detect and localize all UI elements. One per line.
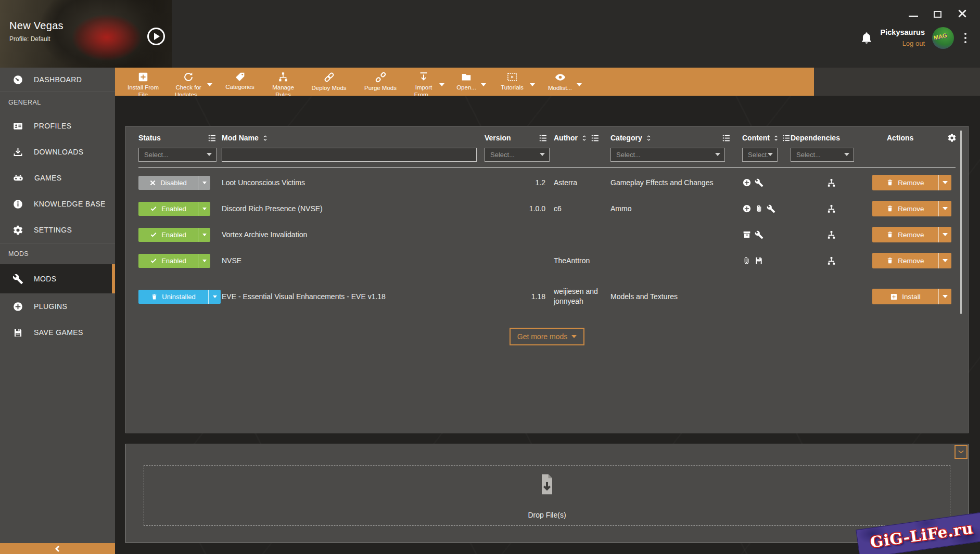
dependencies-filter-select[interactable]: Select... xyxy=(791,148,854,162)
open-button[interactable]: Open... xyxy=(453,71,480,92)
main-content: Status Mod Name Version Author Category xyxy=(115,96,980,554)
sort-icon[interactable] xyxy=(580,134,588,142)
status-toggle-enabled[interactable]: Enabled xyxy=(138,254,210,268)
archive-icon xyxy=(742,230,752,239)
status-dropdown[interactable] xyxy=(198,228,210,242)
trash-icon xyxy=(886,205,894,212)
sort-icon[interactable] xyxy=(645,134,653,142)
dependencies-icon[interactable] xyxy=(826,178,836,188)
sidebar-item-downloads[interactable]: DOWNLOADS xyxy=(0,139,115,165)
filter-list-icon[interactable] xyxy=(591,134,600,143)
sidebar-item-dashboard[interactable]: DASHBOARD xyxy=(0,68,115,92)
chevron-down-icon[interactable] xyxy=(577,83,582,86)
column-dependencies[interactable]: Dependencies xyxy=(791,134,840,142)
manage-rules-button[interactable]: Manage Rules xyxy=(267,71,299,98)
logout-link[interactable]: Log out xyxy=(881,38,925,49)
status-toggle-disabled[interactable]: Disabled xyxy=(138,176,210,190)
column-category[interactable]: Category xyxy=(610,134,642,142)
sidebar-collapse-button[interactable] xyxy=(0,543,115,554)
action-dropdown[interactable] xyxy=(938,201,951,216)
install-button[interactable]: Install xyxy=(872,289,951,304)
action-dropdown[interactable] xyxy=(938,289,951,304)
quick-launch-button[interactable] xyxy=(147,28,165,45)
gear-icon[interactable] xyxy=(947,133,957,143)
column-version[interactable]: Version xyxy=(485,134,511,142)
status-toggle-enabled[interactable]: Enabled xyxy=(138,202,210,216)
refresh-icon xyxy=(183,71,194,83)
sidebar-item-profiles[interactable]: PROFILES xyxy=(0,113,115,139)
remove-button[interactable]: Remove xyxy=(872,227,951,242)
maximize-button[interactable] xyxy=(934,9,941,18)
remove-button[interactable]: Remove xyxy=(872,175,951,190)
filter-list-icon[interactable] xyxy=(208,134,217,143)
column-content[interactable]: Content xyxy=(742,134,770,142)
categories-button[interactable]: Categories xyxy=(220,71,260,91)
import-from-button[interactable]: Import From... xyxy=(409,71,438,98)
kebab-menu-icon[interactable] xyxy=(961,31,970,45)
purge-mods-button[interactable]: Purge Mods xyxy=(359,71,402,92)
get-more-mods-button[interactable]: Get more mods xyxy=(510,328,584,345)
chevron-down-icon xyxy=(957,448,965,456)
mod-name[interactable]: EVE - Essential Visual Enhancements - EV… xyxy=(222,292,485,301)
column-status[interactable]: Status xyxy=(138,134,161,142)
eye-icon xyxy=(554,71,566,83)
mod-name-filter-input[interactable] xyxy=(222,148,477,162)
status-dropdown[interactable] xyxy=(198,254,210,268)
close-button[interactable] xyxy=(957,8,968,19)
notifications-bell-icon[interactable] xyxy=(860,31,873,45)
chevron-down-icon[interactable] xyxy=(207,83,212,86)
minimize-button[interactable] xyxy=(909,10,918,17)
check-for-updates-button[interactable]: Check for Updates... xyxy=(171,71,206,98)
status-dropdown[interactable] xyxy=(198,202,210,216)
chevron-down-icon[interactable] xyxy=(530,83,535,86)
version-filter-select[interactable]: Select... xyxy=(485,148,550,162)
sort-icon[interactable] xyxy=(772,134,780,142)
filter-list-icon[interactable] xyxy=(782,134,791,143)
action-dropdown[interactable] xyxy=(938,175,951,190)
remove-button[interactable]: Remove xyxy=(872,201,951,216)
tutorials-button[interactable]: Tutorials xyxy=(495,71,529,92)
action-dropdown[interactable] xyxy=(938,253,951,268)
video-icon xyxy=(506,71,518,83)
mod-name[interactable]: Loot Unconscious Victims xyxy=(222,178,485,187)
plus-square-icon xyxy=(890,293,898,301)
status-dropdown[interactable] xyxy=(198,176,210,190)
content-filter-select[interactable]: Select... xyxy=(742,148,778,162)
sidebar-item-knowledge-base[interactable]: KNOWLEDGE BASE xyxy=(0,191,115,217)
sort-icon[interactable] xyxy=(261,134,269,142)
mod-name[interactable]: Discord Rich Presence (NVSE) xyxy=(222,204,485,213)
table-scrollbar[interactable] xyxy=(960,131,962,314)
action-dropdown[interactable] xyxy=(938,227,951,242)
remove-button[interactable]: Remove xyxy=(872,253,951,268)
filter-list-icon[interactable] xyxy=(539,134,548,143)
status-toggle-enabled[interactable]: Enabled xyxy=(138,228,210,242)
sidebar-item-save-games[interactable]: SAVE GAMES xyxy=(0,319,115,345)
column-author[interactable]: Author xyxy=(554,134,578,142)
modlist-button[interactable]: Modlist... xyxy=(544,71,576,92)
sidebar-item-mods[interactable]: MODS xyxy=(0,264,115,293)
sidebar-item-settings[interactable]: SETTINGS xyxy=(0,217,115,243)
deploy-mods-button[interactable]: Deploy Mods xyxy=(306,71,352,92)
dropzone-collapse-button[interactable] xyxy=(954,445,968,459)
sidebar-item-plugins[interactable]: PLUGINS xyxy=(0,293,115,319)
trash-icon xyxy=(886,257,894,264)
floppy-icon xyxy=(12,327,23,338)
mod-name[interactable]: Vortex Archive Invalidation xyxy=(222,230,485,239)
column-mod-name[interactable]: Mod Name xyxy=(222,134,259,142)
dependencies-icon[interactable] xyxy=(826,230,836,240)
dependencies-icon[interactable] xyxy=(826,256,836,266)
chevron-down-icon[interactable] xyxy=(481,83,486,86)
mod-name[interactable]: NVSE xyxy=(222,256,485,265)
category-filter-select[interactable]: Select... xyxy=(610,148,725,162)
dependencies-icon[interactable] xyxy=(826,204,836,214)
install-from-file-button[interactable]: Install From File xyxy=(122,71,164,98)
status-filter-select[interactable]: Select... xyxy=(138,148,217,162)
drop-target[interactable]: Drop File(s) xyxy=(144,465,950,526)
status-toggle-uninstalled[interactable]: Uninstalled xyxy=(138,290,221,304)
status-dropdown[interactable] xyxy=(208,290,221,304)
sidebar-item-games[interactable]: GAMES xyxy=(0,165,115,191)
avatar[interactable]: MAG xyxy=(932,27,954,49)
filter-list-icon[interactable] xyxy=(722,134,731,143)
chevron-down-icon[interactable] xyxy=(439,83,444,86)
mod-version: 1.0.0 xyxy=(529,204,554,213)
